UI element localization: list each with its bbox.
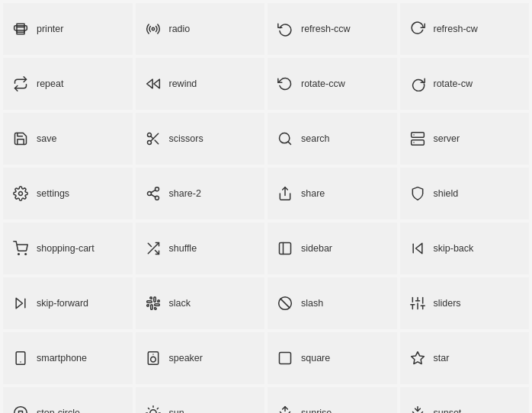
icon-cell-star[interactable]: star [400,332,530,384]
square-label: square [301,353,330,363]
icon-cell-sunset[interactable]: sunset [400,387,530,413]
shopping-cart-label: shopping-cart [37,243,95,254]
svg-rect-50 [280,353,291,364]
icon-cell-sidebar[interactable]: sidebar [268,223,397,274]
icon-cell-rotate-cw[interactable]: rotate-cw [400,58,530,110]
icon-cell-settings[interactable]: settings [3,168,133,219]
sunset-icon [409,405,426,413]
sunrise-icon [277,405,293,413]
settings-label: settings [37,188,69,199]
smartphone-label: smartphone [37,353,87,363]
icon-cell-rewind[interactable]: rewind [136,58,265,110]
star-label: star [434,353,450,363]
share-label: share [301,188,325,199]
sun-icon [145,405,162,413]
scissors-label: scissors [169,133,204,144]
svg-rect-28 [280,243,291,255]
rotate-ccw-label: rotate-ccw [301,78,345,89]
skip-back-icon [409,240,426,257]
scissors-icon [145,130,162,147]
stop-circle-icon [12,405,29,413]
svg-line-11 [288,142,291,145]
svg-point-23 [18,254,20,255]
share-2-icon [145,185,162,202]
icon-cell-skip-back[interactable]: skip-back [400,223,530,274]
svg-line-62 [157,408,158,409]
skip-forward-label: skip-forward [37,298,88,309]
icon-cell-share[interactable]: share [268,168,397,219]
icon-cell-speaker[interactable]: speaker [136,332,265,384]
icon-cell-refresh-ccw[interactable]: refresh-ccw [268,3,397,55]
icon-cell-scissors[interactable]: scissors [136,113,265,165]
smartphone-icon [12,350,29,367]
icon-cell-refresh-cw[interactable]: refresh-cw [400,3,530,55]
icon-cell-stop-circle[interactable]: stop-circle [3,387,133,413]
svg-rect-13 [411,140,424,146]
skip-forward-icon [12,295,29,312]
sun-label: sun [169,408,184,413]
settings-icon [12,185,29,202]
icon-cell-square[interactable]: square [268,332,397,384]
svg-line-57 [148,408,149,409]
icon-cell-slack[interactable]: slack [136,277,265,329]
sunrise-label: sunrise [301,408,332,413]
svg-marker-4 [153,79,159,88]
repeat-icon [12,75,29,92]
save-label: save [37,133,56,144]
shield-label: shield [434,188,459,199]
radio-label: radio [169,24,191,34]
share-2-label: share-2 [169,188,201,199]
icon-cell-sunrise[interactable]: sunrise [268,387,397,413]
icon-cell-shield[interactable]: shield [400,168,530,219]
star-icon [409,350,426,367]
icon-cell-radio[interactable]: radio [136,3,265,55]
svg-line-20 [151,194,155,197]
share-icon [277,185,293,202]
save-icon [12,130,29,147]
svg-line-27 [148,243,151,246]
svg-line-8 [155,140,159,144]
slash-icon [277,295,293,312]
icon-cell-sliders[interactable]: sliders [400,277,530,329]
svg-marker-32 [16,298,22,308]
icon-cell-rotate-ccw[interactable]: rotate-ccw [268,58,397,110]
sunset-label: sunset [434,408,462,413]
repeat-label: repeat [37,78,63,89]
printer-label: printer [37,24,63,34]
svg-line-21 [151,190,155,192]
slash-label: slash [301,298,323,309]
svg-point-24 [25,254,27,255]
icon-cell-skip-forward[interactable]: skip-forward [3,277,133,329]
shopping-cart-icon [12,240,29,257]
icon-cell-shopping-cart[interactable]: shopping-cart [3,223,133,274]
square-icon [277,350,293,367]
icon-cell-server[interactable]: server [400,113,530,165]
radio-icon [145,21,162,37]
icon-cell-shuffle[interactable]: shuffle [136,223,265,274]
icon-cell-share-2[interactable]: share-2 [136,168,265,219]
skip-back-label: skip-back [434,243,474,254]
rotate-cw-label: rotate-cw [434,78,473,89]
refresh-ccw-label: refresh-ccw [301,24,351,34]
icon-cell-slash[interactable]: slash [268,277,397,329]
sidebar-icon [277,240,293,257]
shuffle-icon [145,240,162,257]
speaker-label: speaker [169,353,203,363]
sidebar-label: sidebar [301,243,332,254]
svg-point-52 [14,407,27,413]
icon-cell-sun[interactable]: sun [136,387,265,413]
icon-cell-search[interactable]: search [268,113,397,165]
svg-marker-30 [415,243,421,253]
icon-cell-smartphone[interactable]: smartphone [3,332,133,384]
search-label: search [301,133,330,144]
icon-cell-printer[interactable]: printer [3,3,133,55]
server-icon [409,130,426,147]
sliders-label: sliders [434,298,461,309]
rotate-ccw-icon [277,75,293,92]
icon-cell-save[interactable]: save [3,113,133,165]
refresh-ccw-icon [277,21,293,37]
slack-icon [145,295,162,312]
svg-rect-0 [17,27,24,33]
printer-icon [12,21,29,37]
icon-cell-repeat[interactable]: repeat [3,58,133,110]
